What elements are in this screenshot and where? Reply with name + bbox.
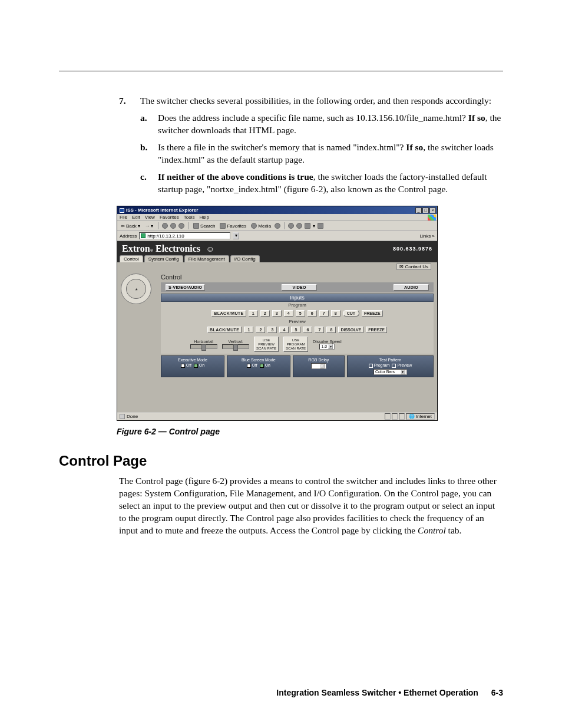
tab-file-management[interactable]: File Management [184,255,229,262]
program-input-2[interactable]: 2 [260,310,270,317]
dissolve-speed-select[interactable]: 1.0▾ [319,344,335,350]
numbered-list: 7. The switcher checks several possibili… [59,95,503,195]
edit-icon[interactable] [305,223,310,229]
exec-on-checkbox[interactable] [194,364,198,368]
extron-seal-icon: ★ [121,274,151,304]
slider-row: Horizontal: Vertical: USE PREVIEW SCAN R… [161,335,434,354]
section-body: The Control page (figure 6-2) provides a… [59,475,503,537]
status-slot [385,413,391,420]
print-icon[interactable] [296,223,302,229]
svideo-audio-button[interactable]: S-VIDEO/AUDIO [166,284,205,291]
vertical-label: Vertical: [222,340,249,344]
sublist-a-body: Does the address include a specific file… [158,112,503,137]
menu-help[interactable]: Help [199,215,209,220]
contact-us-label: Contact Us [405,264,428,269]
contact-bar: ✉ Contact Us [117,262,437,271]
audio-button[interactable]: AUDIO [394,284,429,291]
program-input-8[interactable]: 8 [331,310,340,317]
preview-freeze-button[interactable]: FREEZE [366,327,387,333]
exec-on-label: On [199,363,204,367]
search-label: Search [200,223,215,229]
program-input-4[interactable]: 4 [284,310,293,317]
test-pattern-select[interactable]: Color Bars ▾ [373,369,407,375]
tab-system-config[interactable]: System Config [144,255,183,262]
program-input-5[interactable]: 5 [296,310,305,317]
phone-number: 800.633.9876 [393,246,432,252]
sublist-c-bold: If neither of the above conditions is tr… [158,172,313,182]
history-icon[interactable] [275,223,280,229]
preview-input-6[interactable]: 6 [303,327,312,333]
mail-icon[interactable] [288,223,294,229]
tab-io-config[interactable]: I/O Config [230,255,260,262]
menu-file[interactable]: File [120,215,127,220]
ie-title-text: ISS - Microsoft Internet Explorer [126,207,198,213]
preview-input-7[interactable]: 7 [315,327,324,333]
address-field[interactable]: http://10.13.2.110 [139,232,230,239]
contact-us-link[interactable]: ✉ Contact Us [396,263,431,270]
media-button[interactable]: Media [250,223,272,229]
program-freeze-button[interactable]: FREEZE [362,310,383,317]
program-input-3[interactable]: 3 [272,310,282,317]
sublist-c-body: If neither of the above conditions is tr… [158,171,503,196]
vertical-slider[interactable] [222,344,249,349]
address-label: Address [120,233,137,239]
figure-caption: Figure 6-2 — Control page [117,427,503,436]
tp-program-radio[interactable] [369,364,373,368]
rgb-delay-value: 0.0 [313,364,319,368]
use-program-scan-button[interactable]: USE PROGRAM SCAN RATE [283,337,308,352]
back-button[interactable]: ⇦ Back ▾ [120,223,141,229]
search-button[interactable]: Search [192,223,216,229]
favorites-button[interactable]: Favorites [219,223,247,229]
preview-input-1[interactable]: 1 [244,327,253,333]
extron-header: Extron® Electronics ☺ 800.633.9876 [117,241,437,254]
cut-button[interactable]: CUT [343,310,359,317]
sublist-b-text1: Is there a file in the switcher's memory… [158,142,406,152]
preview-input-4[interactable]: 4 [279,327,289,333]
preview-black-mute-button[interactable]: BLACK/MUTE [207,327,242,333]
sublist-a-bold: If so [468,113,485,123]
brand-extron: Extron [122,243,150,253]
menu-favorites[interactable]: Favorites [160,215,179,220]
discuss-icon[interactable] [318,223,323,229]
menu-edit[interactable]: Edit [132,215,140,220]
sublist-b-body: Is there a file in the switcher's memory… [158,141,503,166]
blue-on-checkbox[interactable] [260,364,264,368]
horizontal-slider[interactable] [190,344,217,349]
preview-input-2[interactable]: 2 [256,327,265,333]
links-label[interactable]: Links » [420,233,435,239]
home-icon[interactable] [178,223,184,229]
stop-icon[interactable] [162,223,168,229]
minimize-button[interactable]: _ [415,207,422,213]
tp-preview-radio[interactable] [392,364,396,368]
ie-toolbar: ⇦ Back ▾ → ▾ Search Favorites Media ▾ [117,221,437,231]
video-button[interactable]: VIDEO [282,284,317,291]
program-input-6[interactable]: 6 [308,310,317,317]
menu-tools[interactable]: Tools [184,215,195,220]
bluescreen-panel: Blue Screen Mode Off On [227,355,290,377]
refresh-icon[interactable] [170,223,176,229]
dissolve-speed-value: 1.0 [321,344,327,348]
program-label: Program [161,302,434,308]
preview-input-8[interactable]: 8 [326,327,336,333]
tab-control[interactable]: Control [120,255,143,262]
media-label: Media [258,223,271,229]
sublist-b-letter: b. [140,141,158,166]
globe-icon [141,233,146,238]
address-dropdown[interactable]: ▾ [233,232,239,239]
menu-view[interactable]: View [145,215,155,220]
program-input-1[interactable]: 1 [249,310,258,317]
exec-off-checkbox[interactable] [181,364,185,368]
maximize-button[interactable]: □ [422,207,429,213]
windows-logo-icon [428,215,436,220]
close-button[interactable]: × [429,207,436,213]
preview-input-5[interactable]: 5 [291,327,300,333]
forward-button[interactable]: → ▾ [144,223,154,229]
rgb-delay-select[interactable]: 0.0▾ [311,363,326,369]
use-preview-scan-button[interactable]: USE PREVIEW SCAN RATE [254,337,279,352]
program-black-mute-button[interactable]: BLACK/MUTE [211,310,246,317]
preview-input-3[interactable]: 3 [267,327,277,333]
test-pattern-panel: Test Pattern Program Preview Color Bars … [347,355,434,377]
blue-off-checkbox[interactable] [247,364,251,368]
program-input-7[interactable]: 7 [319,310,329,317]
dissolve-button[interactable]: DISSOLVE [338,327,363,333]
